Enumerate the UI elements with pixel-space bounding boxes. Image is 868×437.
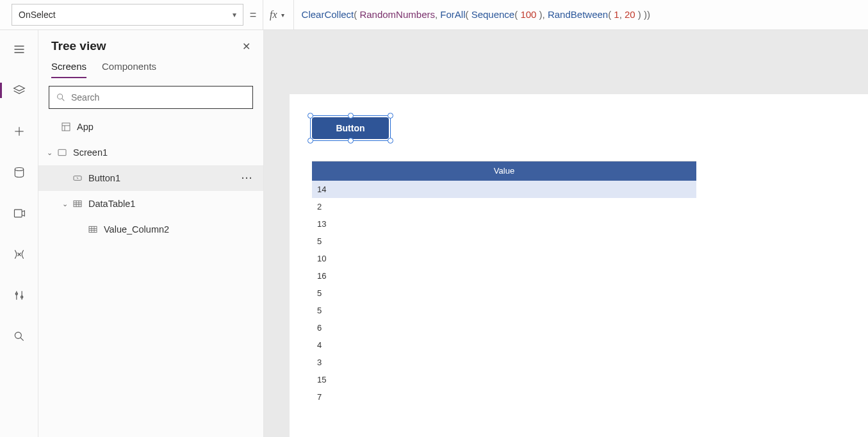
tree-tabs: Screens Components <box>38 57 263 78</box>
table-row[interactable]: 4 <box>312 336 696 354</box>
svg-rect-28 <box>89 226 97 232</box>
chevron-down-icon: ▾ <box>233 10 236 19</box>
table-row[interactable]: 16 <box>312 267 696 284</box>
table-row[interactable]: 10 <box>312 250 696 267</box>
table-row[interactable]: 5 <box>312 233 696 250</box>
chevron-down-icon[interactable]: ⌄ <box>45 149 54 157</box>
more-icon[interactable]: ··· <box>242 173 253 183</box>
fx-dropdown[interactable]: fx ▾ <box>263 0 294 30</box>
formula-bar: OnSelect ▾ = fx ▾ ClearCollect( RandomNu… <box>0 0 868 30</box>
tree-node-label: Screen1 <box>73 147 108 158</box>
chevron-down-icon: ▾ <box>281 12 284 19</box>
button-icon <box>72 172 83 184</box>
svg-rect-23 <box>74 201 81 206</box>
tree-node-label: Button1 <box>88 173 120 183</box>
media-button[interactable] <box>6 202 32 225</box>
tree-view-button[interactable] <box>6 79 32 102</box>
screen-canvas[interactable]: Button Value 142135101655643157 <box>290 94 868 437</box>
column-icon <box>87 224 99 235</box>
equals-label: = <box>243 8 263 22</box>
search-icon <box>56 92 66 103</box>
svg-rect-7 <box>14 210 22 217</box>
tab-components[interactable]: Components <box>102 61 156 78</box>
property-dropdown[interactable]: OnSelect ▾ <box>12 4 243 26</box>
tree-node-value-column[interactable]: Value_Column2 <box>38 217 263 242</box>
tree-node-label: Value_Column2 <box>104 224 169 235</box>
datatable-header[interactable]: Value <box>312 161 696 181</box>
search-button[interactable] <box>6 325 32 348</box>
tree-view-panel: Tree view ✕ Screens Components App ⌄ Scr… <box>38 30 264 437</box>
tree-view-title: Tree view <box>51 39 106 53</box>
table-row[interactable]: 15 <box>312 371 696 388</box>
advanced-tools-button[interactable] <box>6 284 32 307</box>
chevron-down-icon[interactable]: ⌄ <box>60 200 69 208</box>
table-row[interactable]: 13 <box>312 215 696 233</box>
table-row[interactable]: 7 <box>312 388 696 406</box>
svg-rect-18 <box>62 123 70 131</box>
hamburger-button[interactable] <box>6 38 32 61</box>
tree-node-app[interactable]: App <box>38 114 263 140</box>
svg-rect-21 <box>58 149 66 155</box>
screen-icon <box>56 147 68 158</box>
tree-node-screen1[interactable]: ⌄ Screen1 <box>38 140 263 165</box>
tab-screens[interactable]: Screens <box>51 61 86 78</box>
close-icon[interactable]: ✕ <box>242 40 250 53</box>
table-row[interactable]: 5 <box>312 284 696 302</box>
svg-point-6 <box>15 168 23 171</box>
tree-node-datatable1[interactable]: ⌄ DataTable1 <box>38 191 263 217</box>
tree-nodes: App ⌄ Screen1 Button1 ··· ⌄ DataTable1 V… <box>38 114 263 437</box>
svg-point-16 <box>58 94 63 99</box>
svg-line-15 <box>20 338 24 341</box>
tree-node-label: App <box>77 122 94 132</box>
button-label: Button <box>336 123 364 133</box>
table-row[interactable]: 2 <box>312 198 696 215</box>
table-icon <box>72 198 83 210</box>
tree-node-button1[interactable]: Button1 ··· <box>38 165 263 191</box>
fx-icon: fx <box>270 9 277 21</box>
tree-node-label: DataTable1 <box>88 199 135 209</box>
svg-line-17 <box>62 99 65 101</box>
svg-point-14 <box>15 332 21 338</box>
variables-button[interactable] <box>6 243 32 266</box>
formula-input[interactable]: ClearCollect( RandomNumbers, ForAll( Seq… <box>294 9 868 21</box>
table-row[interactable]: 5 <box>312 302 696 319</box>
data-button[interactable] <box>6 161 32 184</box>
canvas-datatable[interactable]: Value 142135101655643157 <box>312 161 696 406</box>
left-rail <box>0 30 38 437</box>
svg-marker-3 <box>13 86 24 91</box>
canvas-area[interactable]: Button Value 142135101655643157 <box>264 30 868 437</box>
app-icon <box>60 121 72 133</box>
canvas-button-control[interactable]: Button <box>312 117 389 139</box>
table-row[interactable]: 6 <box>312 319 696 336</box>
insert-button[interactable] <box>6 120 32 143</box>
tree-search[interactable] <box>49 86 253 109</box>
property-dropdown-value: OnSelect <box>19 10 56 20</box>
table-row[interactable]: 3 <box>312 354 696 371</box>
search-input[interactable] <box>71 92 246 103</box>
table-row[interactable]: 14 <box>312 181 696 198</box>
